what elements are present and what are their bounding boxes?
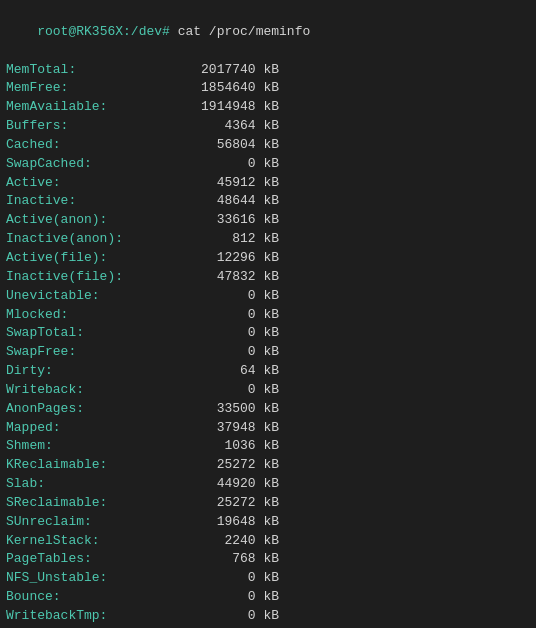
row-value: 1914948 kB (162, 99, 279, 114)
row-value: 0 kB (162, 325, 279, 340)
row-value: 0 kB (162, 570, 279, 585)
row-value: 47832 kB (162, 269, 279, 284)
row-value: 44920 kB (162, 476, 279, 491)
table-row: Cached: 56804 kB (6, 136, 530, 155)
row-key: Inactive(anon): (6, 231, 162, 246)
row-value: 0 kB (162, 344, 279, 359)
table-row: SwapCached: 0 kB (6, 155, 530, 174)
row-value: 1036 kB (162, 438, 279, 453)
row-key: SReclaimable: (6, 495, 162, 510)
table-row: KReclaimable: 25272 kB (6, 456, 530, 475)
table-row: WritebackTmp: 0 kB (6, 607, 530, 626)
row-key: WritebackTmp: (6, 608, 162, 623)
table-row: KernelStack: 2240 kB (6, 532, 530, 551)
row-key: MemTotal: (6, 62, 162, 77)
table-row: MemAvailable: 1914948 kB (6, 98, 530, 117)
table-row: NFS_Unstable: 0 kB (6, 569, 530, 588)
row-key: Inactive(file): (6, 269, 162, 284)
row-value: 768 kB (162, 551, 279, 566)
table-row: Active: 45912 kB (6, 174, 530, 193)
table-row: Inactive: 48644 kB (6, 192, 530, 211)
table-row: Dirty: 64 kB (6, 362, 530, 381)
row-value: 48644 kB (162, 193, 279, 208)
row-key: SwapTotal: (6, 325, 162, 340)
table-row: Writeback: 0 kB (6, 381, 530, 400)
row-value: 2240 kB (162, 533, 279, 548)
row-key: MemFree: (6, 80, 162, 95)
table-row: SwapTotal: 0 kB (6, 324, 530, 343)
row-value: 45912 kB (162, 175, 279, 190)
row-key: PageTables: (6, 551, 162, 566)
meminfo-output: MemTotal: 2017740 kBMemFree: 1854640 kBM… (6, 61, 530, 628)
row-key: NFS_Unstable: (6, 570, 162, 585)
row-value: 25272 kB (162, 457, 279, 472)
row-key: MemAvailable: (6, 99, 162, 114)
row-value: 0 kB (162, 288, 279, 303)
table-row: Bounce: 0 kB (6, 588, 530, 607)
row-value: 4364 kB (162, 118, 279, 133)
row-value: 0 kB (162, 608, 279, 623)
row-key: Inactive: (6, 193, 162, 208)
table-row: SwapFree: 0 kB (6, 343, 530, 362)
row-key: KernelStack: (6, 533, 162, 548)
row-value: 64 kB (162, 363, 279, 378)
row-key: Active(anon): (6, 212, 162, 227)
table-row: AnonPages: 33500 kB (6, 400, 530, 419)
row-key: Buffers: (6, 118, 162, 133)
row-value: 56804 kB (162, 137, 279, 152)
table-row: Shmem: 1036 kB (6, 437, 530, 456)
table-row: Mapped: 37948 kB (6, 419, 530, 438)
row-value: 1854640 kB (162, 80, 279, 95)
row-value: 12296 kB (162, 250, 279, 265)
row-key: Cached: (6, 137, 162, 152)
row-key: Mlocked: (6, 307, 162, 322)
table-row: Active(file): 12296 kB (6, 249, 530, 268)
row-key: SwapFree: (6, 344, 162, 359)
table-row: Slab: 44920 kB (6, 475, 530, 494)
row-key: Bounce: (6, 589, 162, 604)
row-key: AnonPages: (6, 401, 162, 416)
row-key: Slab: (6, 476, 162, 491)
row-key: KReclaimable: (6, 457, 162, 472)
table-row: Unevictable: 0 kB (6, 287, 530, 306)
row-key: Unevictable: (6, 288, 162, 303)
row-key: Active: (6, 175, 162, 190)
row-key: Dirty: (6, 363, 162, 378)
table-row: Inactive(file): 47832 kB (6, 268, 530, 287)
command-line: root@RK356X:/dev# cat /proc/meminfo (6, 4, 530, 61)
row-key: SUnreclaim: (6, 514, 162, 529)
row-value: 812 kB (162, 231, 279, 246)
table-row: MemTotal: 2017740 kB (6, 61, 530, 80)
row-key: SwapCached: (6, 156, 162, 171)
terminal: root@RK356X:/dev# cat /proc/meminfo MemT… (6, 4, 530, 628)
table-row: PageTables: 768 kB (6, 550, 530, 569)
row-value: 2017740 kB (162, 62, 279, 77)
row-value: 0 kB (162, 589, 279, 604)
row-key: Writeback: (6, 382, 162, 397)
table-row: Inactive(anon): 812 kB (6, 230, 530, 249)
row-value: 37948 kB (162, 420, 279, 435)
row-value: 33500 kB (162, 401, 279, 416)
table-row: SUnreclaim: 19648 kB (6, 513, 530, 532)
table-row: Active(anon): 33616 kB (6, 211, 530, 230)
row-key: Shmem: (6, 438, 162, 453)
row-value: 0 kB (162, 307, 279, 322)
table-row: Mlocked: 0 kB (6, 306, 530, 325)
command-text: cat /proc/meminfo (178, 24, 311, 39)
row-value: 19648 kB (162, 514, 279, 529)
table-row: MemFree: 1854640 kB (6, 79, 530, 98)
table-row: SReclaimable: 25272 kB (6, 494, 530, 513)
row-key: Active(file): (6, 250, 162, 265)
row-value: 33616 kB (162, 212, 279, 227)
row-key: Mapped: (6, 420, 162, 435)
row-value: 0 kB (162, 382, 279, 397)
table-row: Buffers: 4364 kB (6, 117, 530, 136)
row-value: 0 kB (162, 156, 279, 171)
row-value: 25272 kB (162, 495, 279, 510)
prompt: root@RK356X:/dev# (37, 24, 177, 39)
